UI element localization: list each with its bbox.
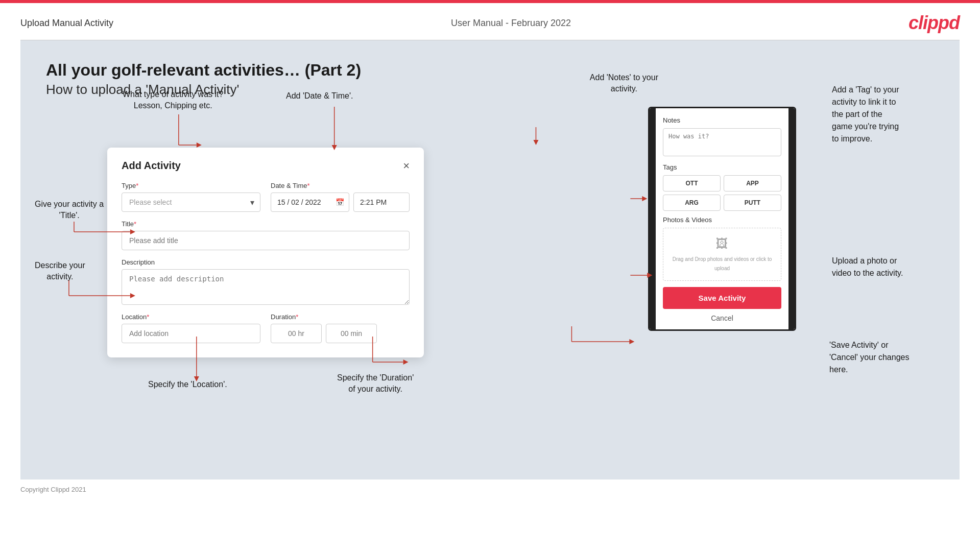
- type-datetime-row: Type* Please select Date & Time* 📅: [122, 182, 410, 212]
- logo: clippd: [909, 12, 960, 34]
- calendar-icon: 📅: [336, 198, 344, 206]
- tags-grid: OTT APP ARG PUTT: [663, 175, 781, 211]
- location-group: Location*: [122, 313, 260, 343]
- svg-marker-20: [642, 196, 647, 201]
- tag-ott[interactable]: OTT: [663, 175, 721, 191]
- duration-label: Duration*: [271, 313, 410, 321]
- title-label: Title*: [122, 220, 410, 228]
- time-input[interactable]: [353, 193, 410, 212]
- photos-label: Photos & Videos: [663, 216, 781, 224]
- copyright: Copyright Clippd 2021: [20, 486, 86, 493]
- image-icon: 🖼: [668, 236, 776, 251]
- phone-left-bar: [650, 108, 656, 329]
- modal-dialog: Add Activity × Type* Please select Date …: [107, 148, 424, 357]
- annotation-upload: Upload a photo or video to the activity.: [832, 255, 949, 279]
- type-label: Type*: [122, 182, 260, 189]
- annotation-give-title: Give your activity a 'Title'.: [35, 199, 104, 222]
- cancel-link[interactable]: Cancel: [663, 314, 781, 322]
- svg-marker-25: [629, 339, 634, 344]
- svg-marker-16: [403, 360, 409, 365]
- duration-min-input[interactable]: [326, 324, 377, 343]
- type-group: Type* Please select: [122, 182, 260, 212]
- date-input-wrapper: 📅: [271, 193, 349, 212]
- tag-app[interactable]: APP: [724, 175, 781, 191]
- annotation-tag: Add a 'Tag' to your activity to link it …: [832, 84, 944, 145]
- annotation-describe: Describe your activity.: [35, 260, 85, 283]
- description-textarea[interactable]: [122, 269, 410, 305]
- location-label: Location*: [122, 313, 260, 321]
- annotation-location: Specify the 'Location'.: [148, 380, 227, 389]
- header-left: Upload Manual Activity: [20, 18, 113, 29]
- phone-inner: Notes Tags OTT APP ARG PUTT Photos & Vid…: [656, 108, 788, 322]
- tag-arg[interactable]: ARG: [663, 195, 721, 211]
- description-label: Description: [122, 258, 410, 266]
- annotation-what-type: What type of activity was it? Lesson, Ch…: [123, 89, 223, 112]
- description-row: Description: [122, 258, 410, 305]
- footer: Copyright Clippd 2021: [0, 480, 980, 499]
- annotation-save: 'Save Activity' or 'Cancel' your changes…: [829, 339, 952, 376]
- location-input[interactable]: [122, 324, 260, 343]
- save-activity-button[interactable]: Save Activity: [663, 287, 781, 309]
- header: Upload Manual Activity User Manual - Feb…: [0, 3, 980, 40]
- modal-title: Add Activity: [122, 160, 181, 172]
- type-select[interactable]: Please select: [122, 193, 260, 212]
- type-select-wrapper: Please select: [122, 193, 260, 212]
- notes-textarea[interactable]: [663, 128, 781, 156]
- datetime-inputs: 📅: [271, 193, 410, 212]
- annotation-notes: Add 'Notes' to your activity.: [590, 72, 658, 95]
- modal-close-button[interactable]: ×: [403, 160, 410, 172]
- upload-text: Drag and Drop photos and videos or click…: [673, 256, 772, 271]
- title-row: Title*: [122, 220, 410, 250]
- upload-zone[interactable]: 🖼 Drag and Drop photos and videos or cli…: [663, 228, 781, 281]
- annotation-date-time: Add 'Date & Time'.: [286, 91, 353, 101]
- notes-label: Notes: [663, 116, 781, 124]
- title-input[interactable]: [122, 231, 410, 250]
- datetime-group: Date & Time* 📅: [271, 182, 410, 212]
- modal-header: Add Activity ×: [122, 160, 410, 172]
- main-content: All your golf-relevant activities… (Part…: [20, 40, 960, 480]
- svg-marker-18: [533, 140, 538, 145]
- duration-hr-input[interactable]: [271, 324, 322, 343]
- location-duration-row: Location* Duration*: [122, 313, 410, 343]
- page-title-main: All your golf-relevant activities… (Part…: [46, 61, 934, 80]
- title-group: Title*: [122, 220, 410, 250]
- svg-marker-2: [197, 142, 202, 148]
- header-center: User Manual - February 2022: [451, 18, 571, 29]
- annotation-duration: Specify the 'Duration' of your activity.: [337, 372, 414, 395]
- phone-right-bar: [788, 108, 795, 329]
- description-group: Description: [122, 258, 410, 305]
- tags-label: Tags: [663, 163, 781, 171]
- tag-putt[interactable]: PUTT: [724, 195, 781, 211]
- datetime-label: Date & Time*: [271, 182, 410, 189]
- duration-inputs: [271, 324, 410, 343]
- phone-panel: Notes Tags OTT APP ARG PUTT Photos & Vid…: [648, 107, 796, 331]
- duration-group: Duration*: [271, 313, 410, 343]
